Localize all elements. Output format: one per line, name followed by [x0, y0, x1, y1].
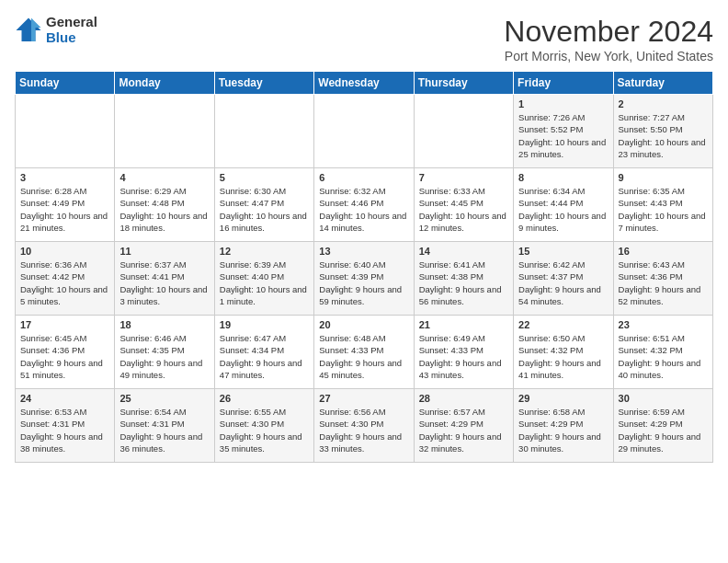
calendar-cell: 7Sunrise: 6:33 AMSunset: 4:45 PMDaylight…: [414, 168, 513, 242]
day-info: Sunrise: 6:46 AMSunset: 4:35 PMDaylight:…: [119, 332, 209, 381]
day-info: Sunrise: 6:41 AMSunset: 4:38 PMDaylight:…: [419, 259, 508, 307]
calendar-cell: 4Sunrise: 6:29 AMSunset: 4:48 PMDaylight…: [115, 168, 214, 242]
calendar-cell: 2Sunrise: 7:27 AMSunset: 5:50 PMDaylight…: [613, 95, 712, 168]
location-label: Port Morris, New York, United States: [504, 49, 713, 63]
month-title: November 2024: [504, 15, 713, 49]
calendar-cell: 29Sunrise: 6:58 AMSunset: 4:29 PMDayligh…: [514, 389, 613, 463]
logo-text: General Blue: [46, 15, 97, 45]
day-number: 14: [419, 246, 508, 257]
day-number: 30: [619, 393, 708, 404]
calendar-cell: 21Sunrise: 6:49 AMSunset: 4:33 PMDayligh…: [414, 316, 513, 389]
logo-icon: [15, 17, 42, 44]
day-info: Sunrise: 7:26 AMSunset: 5:52 PMDaylight:…: [518, 111, 608, 160]
day-info: Sunrise: 6:30 AMSunset: 4:47 PMDaylight:…: [220, 185, 309, 234]
day-info: Sunrise: 6:55 AMSunset: 4:30 PMDaylight:…: [220, 406, 309, 454]
day-number: 20: [319, 319, 408, 330]
col-header-monday: Monday: [115, 72, 214, 95]
calendar-cell: 23Sunrise: 6:51 AMSunset: 4:32 PMDayligh…: [613, 316, 712, 389]
day-number: 8: [518, 172, 608, 183]
day-info: Sunrise: 6:58 AMSunset: 4:29 PMDaylight:…: [518, 406, 608, 454]
day-number: 19: [220, 319, 309, 330]
day-number: 2: [619, 98, 708, 109]
calendar-cell: 14Sunrise: 6:41 AMSunset: 4:38 PMDayligh…: [414, 242, 513, 316]
calendar-cell: 12Sunrise: 6:39 AMSunset: 4:40 PMDayligh…: [214, 242, 313, 316]
calendar-cell: 19Sunrise: 6:47 AMSunset: 4:34 PMDayligh…: [214, 316, 313, 389]
calendar-week-row: 10Sunrise: 6:36 AMSunset: 4:42 PMDayligh…: [16, 242, 713, 316]
day-number: 7: [419, 172, 508, 183]
calendar-cell: [314, 95, 414, 168]
col-header-tuesday: Tuesday: [214, 72, 313, 95]
day-number: 18: [119, 319, 209, 330]
calendar-cell: 13Sunrise: 6:40 AMSunset: 4:39 PMDayligh…: [314, 242, 414, 316]
day-info: Sunrise: 6:53 AMSunset: 4:31 PMDaylight:…: [20, 406, 109, 454]
day-number: 21: [419, 319, 508, 330]
day-number: 23: [619, 319, 708, 330]
day-info: Sunrise: 6:49 AMSunset: 4:33 PMDaylight:…: [419, 332, 508, 381]
day-info: Sunrise: 6:32 AMSunset: 4:46 PMDaylight:…: [319, 185, 408, 234]
day-info: Sunrise: 6:51 AMSunset: 4:32 PMDaylight:…: [619, 332, 708, 381]
calendar-cell: 6Sunrise: 6:32 AMSunset: 4:46 PMDaylight…: [314, 168, 414, 242]
logo-general-label: General: [46, 15, 97, 30]
calendar-cell: 28Sunrise: 6:57 AMSunset: 4:29 PMDayligh…: [414, 389, 513, 463]
col-header-thursday: Thursday: [414, 72, 513, 95]
day-number: 6: [319, 172, 408, 183]
calendar-cell: 25Sunrise: 6:54 AMSunset: 4:31 PMDayligh…: [115, 389, 214, 463]
day-info: Sunrise: 6:50 AMSunset: 4:32 PMDaylight:…: [518, 332, 608, 381]
day-info: Sunrise: 6:34 AMSunset: 4:44 PMDaylight:…: [518, 185, 608, 234]
day-info: Sunrise: 6:48 AMSunset: 4:33 PMDaylight:…: [319, 332, 408, 381]
calendar-table: SundayMondayTuesdayWednesdayThursdayFrid…: [15, 71, 713, 463]
calendar-cell: 9Sunrise: 6:35 AMSunset: 4:43 PMDaylight…: [613, 168, 712, 242]
calendar-cell: [414, 95, 513, 168]
title-block: November 2024 Port Morris, New York, Uni…: [504, 15, 713, 63]
day-number: 1: [518, 98, 608, 109]
day-number: 10: [20, 246, 109, 257]
calendar-cell: 22Sunrise: 6:50 AMSunset: 4:32 PMDayligh…: [514, 316, 613, 389]
day-info: Sunrise: 6:57 AMSunset: 4:29 PMDaylight:…: [419, 406, 508, 454]
day-number: 24: [20, 393, 109, 404]
day-number: 17: [20, 319, 109, 330]
calendar-cell: 15Sunrise: 6:42 AMSunset: 4:37 PMDayligh…: [514, 242, 613, 316]
day-number: 5: [220, 172, 309, 183]
day-info: Sunrise: 6:54 AMSunset: 4:31 PMDaylight:…: [119, 406, 209, 454]
day-number: 28: [419, 393, 508, 404]
calendar-cell: 5Sunrise: 6:30 AMSunset: 4:47 PMDaylight…: [214, 168, 313, 242]
calendar-cell: 11Sunrise: 6:37 AMSunset: 4:41 PMDayligh…: [115, 242, 214, 316]
day-number: 15: [518, 246, 608, 257]
day-info: Sunrise: 6:36 AMSunset: 4:42 PMDaylight:…: [20, 259, 109, 307]
calendar-cell: 30Sunrise: 6:59 AMSunset: 4:29 PMDayligh…: [613, 389, 712, 463]
day-info: Sunrise: 6:43 AMSunset: 4:36 PMDaylight:…: [619, 259, 708, 307]
calendar-cell: 10Sunrise: 6:36 AMSunset: 4:42 PMDayligh…: [16, 242, 115, 316]
calendar-cell: 3Sunrise: 6:28 AMSunset: 4:49 PMDaylight…: [16, 168, 115, 242]
day-info: Sunrise: 6:28 AMSunset: 4:49 PMDaylight:…: [20, 185, 109, 234]
day-number: 12: [220, 246, 309, 257]
calendar-week-row: 24Sunrise: 6:53 AMSunset: 4:31 PMDayligh…: [16, 389, 713, 463]
day-number: 27: [319, 393, 408, 404]
day-info: Sunrise: 6:45 AMSunset: 4:36 PMDaylight:…: [20, 332, 109, 381]
calendar-cell: 17Sunrise: 6:45 AMSunset: 4:36 PMDayligh…: [16, 316, 115, 389]
calendar-week-row: 17Sunrise: 6:45 AMSunset: 4:36 PMDayligh…: [16, 316, 713, 389]
day-number: 22: [518, 319, 608, 330]
day-info: Sunrise: 6:37 AMSunset: 4:41 PMDaylight:…: [119, 259, 209, 307]
calendar-week-row: 3Sunrise: 6:28 AMSunset: 4:49 PMDaylight…: [16, 168, 713, 242]
day-number: 29: [518, 393, 608, 404]
day-info: Sunrise: 6:40 AMSunset: 4:39 PMDaylight:…: [319, 259, 408, 307]
day-number: 16: [619, 246, 708, 257]
calendar-cell: [16, 95, 115, 168]
calendar-cell: 16Sunrise: 6:43 AMSunset: 4:36 PMDayligh…: [613, 242, 712, 316]
svg-marker-0: [17, 17, 41, 41]
day-info: Sunrise: 6:47 AMSunset: 4:34 PMDaylight:…: [220, 332, 309, 381]
page-header: General Blue November 2024 Port Morris, …: [15, 15, 713, 63]
calendar-cell: 1Sunrise: 7:26 AMSunset: 5:52 PMDaylight…: [514, 95, 613, 168]
day-info: Sunrise: 6:39 AMSunset: 4:40 PMDaylight:…: [220, 259, 309, 307]
day-number: 11: [119, 246, 209, 257]
logo: General Blue: [15, 15, 97, 45]
calendar-cell: 26Sunrise: 6:55 AMSunset: 4:30 PMDayligh…: [214, 389, 313, 463]
day-info: Sunrise: 6:42 AMSunset: 4:37 PMDaylight:…: [518, 259, 608, 307]
calendar-cell: 24Sunrise: 6:53 AMSunset: 4:31 PMDayligh…: [16, 389, 115, 463]
day-number: 13: [319, 246, 408, 257]
col-header-sunday: Sunday: [16, 72, 115, 95]
logo-blue-label: Blue: [46, 30, 97, 46]
calendar-cell: [214, 95, 313, 168]
calendar-cell: 18Sunrise: 6:46 AMSunset: 4:35 PMDayligh…: [115, 316, 214, 389]
col-header-saturday: Saturday: [613, 72, 712, 95]
